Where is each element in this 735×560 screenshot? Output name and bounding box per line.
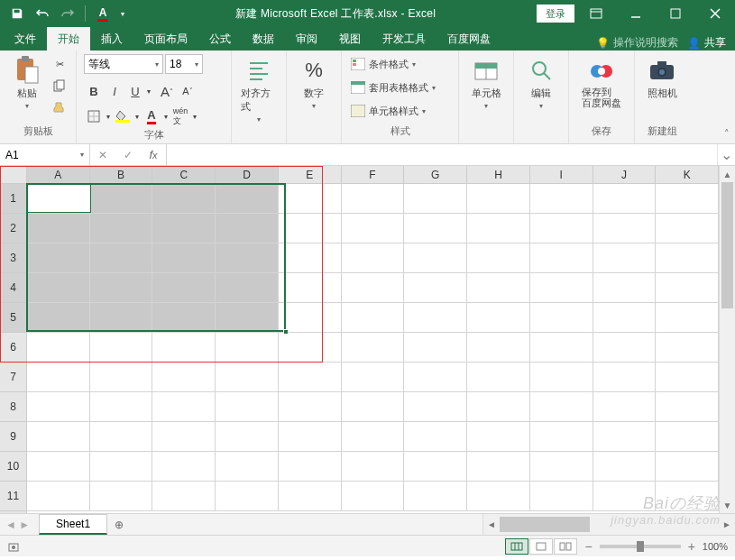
login-button[interactable]: 登录 (537, 5, 574, 23)
tab-baidu[interactable]: 百度网盘 (436, 27, 501, 50)
row-header[interactable]: 7 (0, 363, 26, 392)
col-header[interactable]: B (90, 166, 153, 183)
tell-me-search[interactable]: 💡 操作说明搜索 (596, 35, 678, 50)
add-sheet-button[interactable]: ⊕ (107, 514, 131, 535)
font-color-dropdown[interactable]: ▾ (162, 106, 170, 126)
increase-font-button[interactable]: A˄ (157, 81, 177, 101)
zoom-in-button[interactable]: + (688, 539, 695, 554)
col-header[interactable]: A (27, 166, 90, 183)
baidu-save-button[interactable]: 保存到 百度网盘 (576, 54, 627, 110)
close-icon[interactable] (697, 0, 733, 27)
macro-record-icon[interactable] (7, 540, 20, 553)
row-header[interactable]: 4 (0, 273, 26, 303)
editing-button[interactable]: 编辑 ▾ (521, 54, 561, 112)
cell-styles-button[interactable]: 单元格样式 ▾ (349, 101, 427, 121)
share-button[interactable]: 👤 共享 (687, 35, 726, 50)
row-header[interactable]: 6 (0, 333, 26, 363)
row-header[interactable]: 1 (0, 184, 26, 214)
tab-insert[interactable]: 插入 (90, 27, 133, 50)
conditional-format-button[interactable]: 条件格式 ▾ (349, 54, 418, 74)
expand-formula-icon[interactable]: ⌄ (717, 144, 735, 165)
fill-handle[interactable] (283, 329, 289, 335)
font-color-qat-icon[interactable]: A (91, 2, 115, 25)
underline-button[interactable]: U (125, 81, 145, 101)
scroll-left-icon[interactable]: ◄ (483, 519, 500, 529)
fill-color-dropdown[interactable]: ▾ (133, 106, 141, 126)
borders-button[interactable] (84, 106, 104, 126)
paste-button[interactable]: 粘贴 ▾ (7, 54, 47, 112)
sheet-tab[interactable]: Sheet1 (39, 514, 107, 535)
page-layout-view-button[interactable] (529, 538, 553, 555)
sheet-nav[interactable]: ◄ ► (0, 514, 35, 535)
cut-button[interactable]: ✂ (51, 54, 69, 74)
copy-button[interactable] (51, 76, 69, 96)
number-button[interactable]: % 数字 ▾ (294, 54, 334, 112)
col-header[interactable]: H (467, 166, 530, 183)
undo-icon[interactable] (31, 2, 54, 25)
tab-formulas[interactable]: 公式 (198, 27, 242, 50)
redo-icon[interactable] (56, 2, 79, 25)
col-header[interactable]: F (342, 166, 405, 183)
tab-layout[interactable]: 页面布局 (133, 27, 198, 50)
camera-button[interactable]: 照相机 (642, 54, 682, 102)
select-all-corner[interactable] (0, 166, 27, 184)
italic-button[interactable]: I (105, 81, 124, 101)
row-header[interactable]: 5 (0, 303, 26, 333)
decrease-font-button[interactable]: A˅ (178, 81, 198, 101)
row-header[interactable]: 2 (0, 214, 26, 243)
vertical-scrollbar[interactable]: ▲ ▼ (719, 166, 735, 513)
cells-area[interactable] (27, 184, 719, 513)
minimize-icon[interactable] (618, 0, 654, 27)
bold-button[interactable]: B (84, 81, 104, 101)
scroll-thumb[interactable] (500, 517, 590, 532)
col-header[interactable]: I (530, 166, 593, 183)
col-header[interactable]: J (593, 166, 657, 183)
cancel-fx-icon[interactable]: ✕ (90, 149, 115, 161)
tab-home[interactable]: 开始 (47, 27, 90, 50)
col-header[interactable]: G (404, 166, 467, 183)
cells-button[interactable]: 单元格 ▾ (466, 54, 506, 112)
col-header[interactable]: E (279, 166, 342, 183)
maximize-icon[interactable] (657, 0, 694, 27)
borders-dropdown[interactable]: ▾ (105, 106, 112, 126)
scroll-down-icon[interactable]: ▼ (720, 497, 735, 513)
font-color-button[interactable]: A (142, 106, 161, 126)
format-painter-button[interactable] (51, 97, 69, 117)
horizontal-scrollbar[interactable]: ◄ ► (482, 514, 735, 535)
zoom-level[interactable]: 100% (703, 541, 728, 552)
formula-input[interactable] (167, 144, 717, 165)
page-break-view-button[interactable] (554, 538, 577, 555)
font-name-select[interactable]: 等线▾ (84, 54, 163, 74)
font-size-select[interactable]: 18▾ (165, 54, 203, 74)
col-header[interactable]: K (656, 166, 719, 183)
col-header[interactable]: C (152, 166, 216, 183)
save-icon[interactable] (5, 2, 29, 25)
fx-icon[interactable]: fx (141, 148, 166, 161)
scroll-right-icon[interactable]: ► (719, 519, 735, 529)
row-header[interactable]: 10 (0, 452, 26, 482)
tab-view[interactable]: 视图 (328, 27, 372, 50)
phonetic-dropdown[interactable]: ▾ (191, 106, 198, 126)
collapse-ribbon-icon[interactable]: ˄ (724, 128, 730, 140)
tab-review[interactable]: 审阅 (285, 27, 328, 50)
phonetic-button[interactable]: wén文 (170, 106, 190, 126)
row-header[interactable]: 3 (0, 243, 26, 273)
alignment-button[interactable]: 对齐方式 ▾ (239, 54, 279, 125)
scroll-thumb[interactable] (721, 182, 733, 308)
ribbon-display-icon[interactable] (578, 0, 614, 27)
normal-view-button[interactable] (505, 538, 528, 555)
enter-fx-icon[interactable]: ✓ (115, 149, 141, 161)
fill-color-button[interactable] (113, 106, 133, 126)
zoom-slider[interactable] (600, 545, 681, 548)
zoom-out-button[interactable]: − (584, 539, 592, 554)
tab-dev[interactable]: 开发工具 (372, 27, 436, 50)
row-header[interactable]: 9 (0, 422, 26, 452)
tab-file[interactable]: 文件 (4, 27, 47, 50)
col-header[interactable]: D (216, 166, 279, 183)
table-format-button[interactable]: 套用表格格式 ▾ (349, 78, 437, 97)
tab-data[interactable]: 数据 (242, 27, 285, 50)
underline-dropdown[interactable]: ▾ (146, 81, 152, 101)
scroll-up-icon[interactable]: ▲ (720, 166, 735, 182)
qat-customize-icon[interactable]: ▾ (116, 2, 129, 25)
row-header[interactable]: 8 (0, 392, 26, 422)
